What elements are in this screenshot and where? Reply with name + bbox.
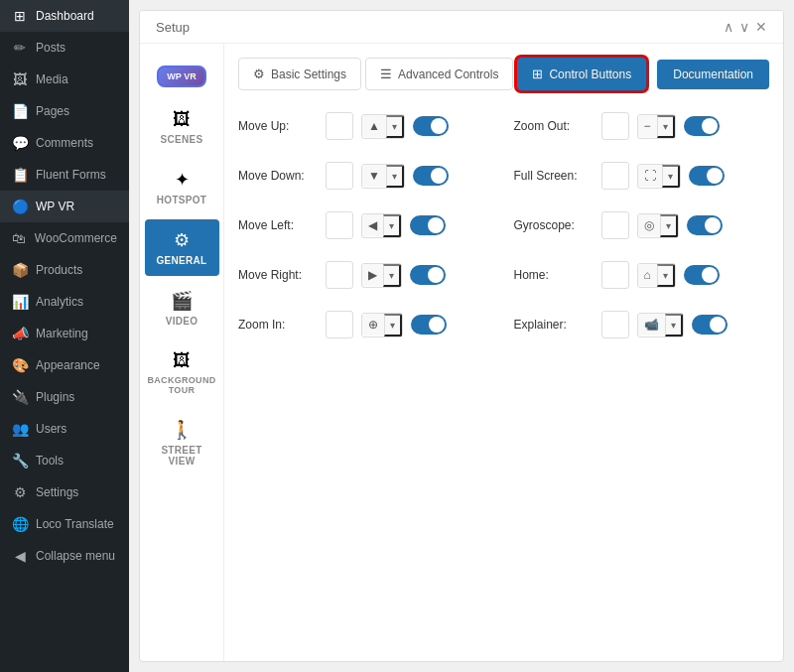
control-row-home: Home: ⌂ ▾	[514, 255, 770, 295]
sidebar: ⊞ Dashboard ✏ Posts 🖼 Media 📄 Pages 💬 Co…	[0, 0, 129, 672]
basic-settings-icon: ⚙	[253, 67, 265, 81]
gyroscope-toggle[interactable]	[687, 215, 723, 235]
setup-content: ⚙ Basic Settings ☰ Advanced Controls ⊞ C…	[224, 44, 783, 661]
move-right-icon-btn[interactable]: ▶	[362, 264, 383, 286]
move-up-chevron[interactable]: ▾	[386, 115, 404, 138]
tab-basic-settings[interactable]: ⚙ Basic Settings	[238, 58, 361, 90]
home-select: ⌂ ▾	[637, 263, 676, 288]
sidebar-item-marketing[interactable]: 📣 Marketing	[0, 318, 129, 349]
move-down-icon-btn[interactable]: ▼	[362, 165, 386, 187]
control-row-gyroscope: Gyroscope: ◎ ▾	[514, 205, 770, 245]
zoom-in-chevron[interactable]: ▾	[384, 314, 402, 336]
move-right-select: ▶ ▾	[361, 263, 402, 288]
advanced-controls-icon: ☰	[380, 67, 392, 81]
nav-item-street-view[interactable]: 🚶 STREET VIEW	[145, 409, 219, 476]
sidebar-item-loco-translate[interactable]: 🌐 Loco Translate	[0, 508, 129, 540]
sidebar-item-posts[interactable]: ✏ Posts	[0, 32, 129, 64]
wp-vr-icon: 🔵	[12, 199, 28, 214]
zoom-in-toggle[interactable]	[411, 315, 447, 335]
explainer-chevron[interactable]: ▾	[665, 314, 683, 336]
zoom-out-select: − ▾	[637, 114, 676, 139]
sidebar-item-pages[interactable]: 📄 Pages	[0, 95, 129, 127]
sidebar-item-comments[interactable]: 💬 Comments	[0, 127, 129, 159]
full-screen-select: ⛶ ▾	[637, 164, 681, 189]
gyroscope-icon-btn[interactable]: ◎	[638, 214, 660, 236]
sidebar-item-users[interactable]: 👥 Users	[0, 413, 129, 445]
move-up-label: Move Up:	[238, 119, 318, 133]
zoom-in-icon-btn[interactable]: ⊕	[362, 314, 384, 336]
explainer-icon-btn[interactable]: 📹	[638, 314, 665, 336]
tab-control-buttons[interactable]: ⊞ Control Buttons	[517, 58, 646, 90]
hotspot-label: HOTSPOT	[157, 195, 206, 205]
home-label: Home:	[514, 268, 594, 282]
sidebar-item-products[interactable]: 📦 Products	[0, 254, 129, 286]
settings-icon: ⚙	[12, 484, 28, 500]
marketing-icon: 📣	[12, 326, 28, 341]
full-screen-icon-btn[interactable]: ⛶	[638, 165, 662, 187]
loco-translate-icon: 🌐	[12, 516, 28, 532]
full-screen-chevron[interactable]: ▾	[662, 165, 680, 188]
general-icon: ⚙	[174, 229, 190, 251]
move-down-chevron[interactable]: ▾	[386, 165, 404, 188]
wp-vr-logo: WP VR	[157, 66, 205, 87]
control-row-move-right: Move Right: ▶ ▾	[238, 255, 494, 295]
home-preview	[601, 261, 629, 289]
pages-icon: 📄	[12, 103, 28, 119]
move-left-toggle[interactable]	[410, 215, 446, 235]
zoom-out-preview	[601, 112, 629, 140]
sidebar-item-woocommerce[interactable]: 🛍 WooCommerce	[0, 222, 129, 254]
home-icon-btn[interactable]: ⌂	[638, 264, 657, 286]
street-view-icon: 🚶	[171, 419, 193, 441]
sidebar-item-plugins[interactable]: 🔌 Plugins	[0, 381, 129, 413]
sidebar-item-media[interactable]: 🖼 Media	[0, 64, 129, 95]
sidebar-item-collapse-menu[interactable]: ◀ Collapse menu	[0, 540, 129, 572]
sidebar-item-wp-vr[interactable]: 🔵 WP VR	[0, 191, 129, 222]
sidebar-item-dashboard[interactable]: ⊞ Dashboard	[0, 0, 129, 32]
control-row-explainer: Explainer: 📹 ▾	[514, 305, 770, 344]
zoom-out-label: Zoom Out:	[514, 119, 594, 133]
sidebar-item-analytics[interactable]: 📊 Analytics	[0, 286, 129, 318]
move-right-toggle[interactable]	[410, 265, 446, 285]
move-left-label: Move Left:	[238, 218, 318, 232]
nav-item-scenes[interactable]: 🖼 SCENES	[145, 99, 219, 155]
setup-chevron-up[interactable]: ∧	[724, 19, 733, 35]
tab-advanced-controls[interactable]: ☰ Advanced Controls	[365, 58, 513, 90]
home-chevron[interactable]: ▾	[657, 264, 675, 287]
control-buttons-icon: ⊞	[532, 67, 543, 81]
zoom-in-select: ⊕ ▾	[361, 313, 403, 337]
dashboard-icon: ⊞	[12, 8, 28, 24]
zoom-out-chevron[interactable]: ▾	[657, 115, 675, 138]
nav-item-video[interactable]: 🎬 VIDEO	[145, 280, 219, 336]
setup-close[interactable]: ✕	[755, 19, 767, 35]
zoom-out-icon-btn[interactable]: −	[638, 115, 657, 137]
move-left-chevron[interactable]: ▾	[383, 214, 401, 237]
explainer-toggle[interactable]	[692, 315, 728, 335]
comments-icon: 💬	[12, 135, 28, 151]
sidebar-item-settings[interactable]: ⚙ Settings	[0, 476, 129, 508]
gyroscope-label: Gyroscope:	[514, 218, 594, 232]
move-right-chevron[interactable]: ▾	[383, 264, 401, 287]
move-left-icon-btn[interactable]: ◀	[362, 214, 383, 236]
move-up-icon-btn[interactable]: ▲	[362, 115, 386, 137]
zoom-out-toggle[interactable]	[684, 116, 720, 136]
move-left-preview	[326, 211, 353, 239]
sidebar-item-tools[interactable]: 🔧 Tools	[0, 445, 129, 476]
sidebar-item-fluent-forms[interactable]: 📋 Fluent Forms	[0, 159, 129, 191]
move-down-label: Move Down:	[238, 169, 318, 183]
full-screen-toggle[interactable]	[689, 166, 725, 186]
nav-item-hotspot[interactable]: ✦ HOTSPOT	[145, 159, 219, 215]
video-icon: 🎬	[171, 290, 193, 312]
documentation-button[interactable]: Documentation	[657, 60, 769, 89]
tools-icon: 🔧	[12, 453, 28, 469]
home-toggle[interactable]	[684, 265, 720, 285]
move-down-toggle[interactable]	[413, 166, 449, 186]
move-left-select: ◀ ▾	[361, 213, 402, 238]
move-up-preview	[326, 112, 353, 140]
move-up-toggle[interactable]	[413, 116, 449, 136]
sidebar-item-appearance[interactable]: 🎨 Appearance	[0, 349, 129, 381]
gyroscope-chevron[interactable]: ▾	[660, 214, 678, 237]
appearance-icon: 🎨	[12, 357, 28, 373]
nav-item-general[interactable]: ⚙ GENERAL	[145, 219, 219, 276]
setup-chevron-down[interactable]: ∨	[739, 19, 749, 35]
nav-item-background-tour[interactable]: 🖼 BACKGROUND TOUR	[145, 340, 219, 405]
